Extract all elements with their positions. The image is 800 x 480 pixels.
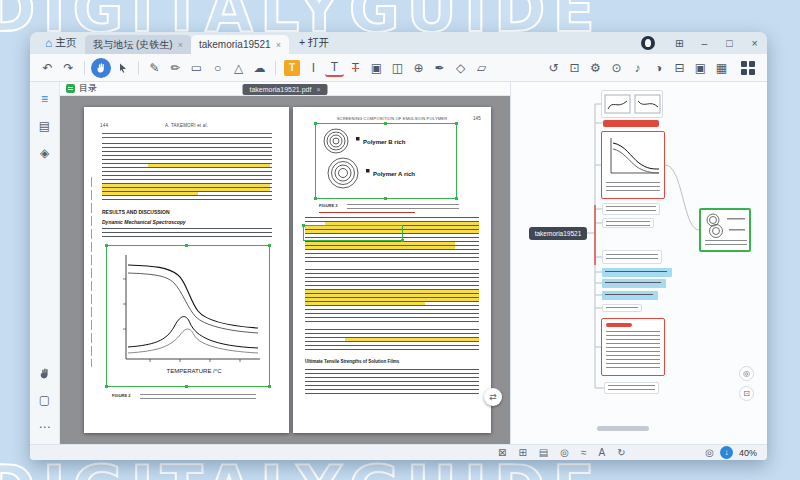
pdf-viewer[interactable]: 144 A. TAKEMORI et al. RESULTS AND DISCU… <box>60 96 510 444</box>
split-view-button[interactable]: ⊟ <box>670 58 689 77</box>
figure-selection-box[interactable]: TEMPERATURE /°C <box>106 245 270 387</box>
mindmap-cyan-node[interactable] <box>602 268 672 277</box>
mindmap-node[interactable] <box>601 318 665 376</box>
mindmap-root-node[interactable]: takemoria19521 <box>529 227 587 240</box>
polygon-tool[interactable]: △ <box>229 58 248 77</box>
highlight-text-tool[interactable]: T <box>284 60 300 76</box>
ellipse-tool[interactable]: ○ <box>208 58 227 77</box>
page-nav-button[interactable]: ⇄ <box>484 388 502 406</box>
focus-button[interactable]: ◎ <box>560 447 569 458</box>
shape-tool[interactable]: ◇ <box>451 58 470 77</box>
mindmap-node[interactable] <box>602 250 662 264</box>
mindmap-frame-button[interactable]: ⊡ <box>739 386 754 401</box>
label-button[interactable]: A <box>598 447 605 458</box>
figure-selection-box[interactable]: Polymer B rich Polymer A rich <box>315 123 457 199</box>
sidebar-more-button[interactable]: ⋯ <box>36 418 54 436</box>
mindmap-node[interactable] <box>601 131 665 199</box>
locate-button[interactable]: ◎ <box>705 447 714 458</box>
select-tool[interactable] <box>113 58 132 77</box>
zoom-level[interactable]: 40% <box>739 448 757 458</box>
redo-button[interactable]: ↷ <box>59 58 78 77</box>
selection-handle[interactable] <box>314 122 317 125</box>
pencil-tool[interactable]: ✎ <box>145 58 164 77</box>
selection-handle[interactable] <box>384 197 387 200</box>
refresh-button[interactable]: ↻ <box>617 447 625 458</box>
signature-tool[interactable]: ✒ <box>430 58 449 77</box>
mindmap-node[interactable] <box>602 218 654 228</box>
mindmap-cyan-node[interactable] <box>602 291 658 300</box>
toc-label[interactable]: 目录 <box>79 82 97 95</box>
tab-home[interactable]: ⌂ 主页 <box>36 32 85 54</box>
mindmap-panel[interactable]: takemoria19521 <box>510 82 767 444</box>
selection-handle[interactable] <box>268 244 271 247</box>
mindmap-node[interactable] <box>601 90 663 118</box>
audio-read-button[interactable]: ♪ <box>628 58 647 77</box>
strikeout-text-tool[interactable]: T <box>346 58 365 77</box>
fit-page-button[interactable]: ▣ <box>691 58 710 77</box>
multi-window-icon[interactable]: ⊞ <box>667 32 692 54</box>
image-stamp-tool[interactable]: ▣ <box>367 58 386 77</box>
mindmap-node[interactable] <box>602 203 660 215</box>
selection-handle[interactable] <box>401 239 404 242</box>
eraser-tool[interactable]: ▱ <box>472 58 491 77</box>
selection-handle[interactable] <box>105 385 108 388</box>
mindmap-scrollbar[interactable] <box>597 426 649 431</box>
selection-handle[interactable] <box>268 385 271 388</box>
tab-document-1[interactable]: 我与地坛 (史铁生) × <box>85 35 191 54</box>
selection-handle[interactable] <box>455 197 458 200</box>
mindmap-locate-button[interactable]: ◎ <box>739 366 754 381</box>
mindmap-cyan-node[interactable] <box>602 279 666 288</box>
apps-grid-icon[interactable] <box>741 61 755 75</box>
selection-handle[interactable] <box>185 244 188 247</box>
minimize-button[interactable]: – <box>692 32 717 54</box>
pdf-page-left[interactable]: 144 A. TAKEMORI et al. RESULTS AND DISCU… <box>84 107 289 433</box>
theme-button[interactable]: ◑ <box>649 58 668 77</box>
pdf-page-right[interactable]: SCREENING COMPOSITION OF EMULSION POLYME… <box>293 107 491 433</box>
selection-handle[interactable] <box>105 244 108 247</box>
maximize-button[interactable]: □ <box>717 32 742 54</box>
close-button[interactable]: × <box>742 32 767 54</box>
sidebar-annotations-button[interactable]: ▤ <box>36 117 54 135</box>
tab2-close-icon[interactable]: × <box>276 40 281 50</box>
sidebar-toc-button[interactable]: ≡ <box>36 90 54 108</box>
insert-text-tool[interactable]: I <box>304 58 323 77</box>
mindmap-node-selected[interactable] <box>699 208 751 252</box>
hand-tool[interactable] <box>91 58 111 78</box>
undo-button[interactable]: ↶ <box>38 58 57 77</box>
layout-button[interactable]: ⊞ <box>518 447 526 458</box>
sidebar-bookmark-button[interactable]: ◈ <box>36 144 54 162</box>
tab1-close-icon[interactable]: × <box>178 40 183 50</box>
highlighter-tool[interactable]: ✏ <box>166 58 185 77</box>
mindmap-node[interactable] <box>604 382 659 394</box>
open-file-button[interactable]: + 打开 <box>289 32 339 54</box>
chart-tool[interactable]: ◫ <box>388 58 407 77</box>
sidebar-hand-button[interactable] <box>36 364 54 382</box>
document-tab[interactable]: takemoria19521.pdf × <box>243 84 328 95</box>
link-tool[interactable]: ⊕ <box>409 58 428 77</box>
settings-button[interactable]: ⚙ <box>586 58 605 77</box>
sidebar-export-button[interactable]: ▢ <box>36 391 54 409</box>
account-icon[interactable] <box>641 36 655 50</box>
text-selection-box[interactable] <box>303 225 403 241</box>
search-button[interactable]: ⊙ <box>607 58 626 77</box>
selection-handle[interactable] <box>185 385 188 388</box>
underline-text-tool[interactable]: T <box>325 58 344 77</box>
delete-node-button[interactable]: ⊠ <box>498 447 506 458</box>
snapshot-button[interactable]: ⊡ <box>565 58 584 77</box>
rotate-button[interactable]: ↺ <box>544 58 563 77</box>
document-tab-close-icon[interactable]: × <box>316 86 320 93</box>
mindmap-red-node[interactable] <box>603 120 659 127</box>
selection-handle[interactable] <box>302 224 305 227</box>
zoom-menu-button[interactable]: ↓ <box>720 446 733 459</box>
red-underline-annotation[interactable] <box>319 212 415 213</box>
tab-document-2[interactable]: takemoria19521 × <box>191 35 289 54</box>
mindmap-node[interactable] <box>602 304 642 312</box>
grid-view-button[interactable]: ▦ <box>712 58 731 77</box>
selection-handle[interactable] <box>314 197 317 200</box>
selection-handle[interactable] <box>455 122 458 125</box>
callout-tool[interactable]: ☁ <box>250 58 269 77</box>
style-button[interactable]: ≈ <box>581 447 587 458</box>
outline-button[interactable]: ▤ <box>539 447 548 458</box>
rectangle-tool[interactable]: ▭ <box>187 58 206 77</box>
selection-handle[interactable] <box>384 122 387 125</box>
